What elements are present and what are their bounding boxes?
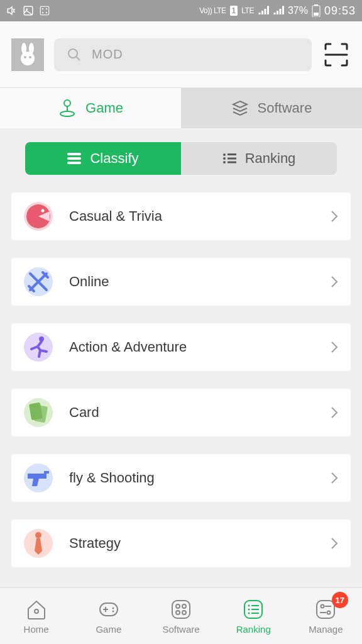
category-label: fly & Shooting [69, 470, 314, 486]
svg-rect-48 [251, 609, 259, 610]
bottom-nav: Home Game Software Ranking Manage 17 [0, 587, 362, 644]
manage-badge: 17 [332, 592, 348, 608]
tab-ranking-label: Ranking [245, 150, 296, 167]
chevron-right-icon [331, 275, 338, 288]
chevron-right-icon [331, 537, 338, 550]
svg-rect-22 [67, 162, 81, 164]
svg-point-23 [223, 153, 226, 156]
primary-tabs: Game Software [0, 88, 362, 128]
chevron-right-icon [331, 472, 338, 484]
svg-point-38 [112, 611, 114, 613]
category-item[interactable]: Action & Adventure [11, 323, 351, 371]
scan-icon [323, 42, 349, 68]
category-list: Casual & TriviaOnlineAction & AdventureC… [0, 192, 362, 567]
svg-point-34 [35, 532, 41, 538]
layers-icon [231, 99, 249, 117]
category-label: Casual & Trivia [69, 208, 314, 225]
svg-line-16 [76, 57, 80, 60]
svg-point-47 [248, 609, 250, 611]
tab-game[interactable]: Game [0, 88, 181, 128]
signal-icon [258, 5, 269, 16]
runner-icon [24, 333, 53, 362]
bunny-icon [15, 42, 40, 67]
cards-icon [24, 398, 53, 427]
volte-indicator: Vo)) LTE [199, 6, 226, 15]
picture-icon [23, 5, 34, 16]
svg-rect-36 [100, 603, 118, 616]
gamepad-icon [97, 597, 121, 621]
tab-game-label: Game [85, 100, 123, 116]
category-label: Action & Adventure [69, 339, 314, 355]
tab-classify[interactable]: Classify [25, 142, 181, 175]
svg-point-6 [46, 12, 47, 13]
menu-icon [67, 153, 81, 164]
joystick-icon [58, 99, 77, 118]
svg-point-1 [26, 8, 28, 10]
svg-rect-28 [228, 162, 236, 164]
chevron-right-icon [331, 210, 338, 223]
clock: 09:53 [324, 4, 356, 18]
nav-software[interactable]: Software [145, 588, 217, 644]
search-icon [67, 47, 82, 62]
svg-point-3 [42, 8, 43, 9]
svg-rect-2 [40, 6, 49, 15]
svg-point-54 [327, 611, 331, 614]
nav-game-label: Game [96, 624, 121, 635]
svg-rect-26 [228, 158, 236, 160]
svg-point-25 [223, 157, 226, 160]
nav-ranking-label: Ranking [236, 624, 271, 635]
svg-point-13 [24, 56, 26, 58]
nav-manage-label: Manage [309, 624, 343, 635]
home-icon [25, 597, 48, 621]
scan-button[interactable] [322, 40, 351, 69]
battery-icon [312, 4, 321, 17]
category-label: Card [69, 404, 314, 421]
search-input[interactable]: MOD [54, 38, 312, 71]
svg-point-4 [46, 8, 47, 9]
svg-rect-21 [67, 157, 81, 160]
svg-point-35 [35, 609, 38, 613]
battery-percent: 37% [288, 5, 308, 16]
nav-manage[interactable]: Manage 17 [290, 588, 362, 644]
svg-point-52 [321, 605, 324, 608]
svg-point-37 [112, 608, 114, 609]
chevron-right-icon [331, 406, 338, 419]
svg-point-41 [182, 604, 186, 608]
signal-icon [273, 5, 284, 16]
app-header: MOD [0, 21, 362, 88]
svg-point-27 [223, 161, 226, 164]
category-item[interactable]: Casual & Trivia [11, 192, 351, 240]
sim-indicator: 1 [230, 6, 238, 16]
svg-rect-24 [228, 153, 236, 155]
list-icon [222, 153, 236, 164]
svg-point-14 [29, 56, 31, 58]
lte-indicator: LTE [241, 6, 254, 15]
nav-game[interactable]: Game [72, 588, 145, 644]
pacman-icon [24, 202, 53, 231]
nav-home[interactable]: Home [0, 588, 72, 644]
tab-ranking[interactable]: Ranking [181, 142, 337, 175]
category-item[interactable]: Strategy [11, 519, 351, 567]
category-item[interactable]: Card [11, 389, 351, 436]
tie-icon [24, 529, 53, 558]
grid-icon [39, 5, 50, 16]
svg-point-42 [176, 611, 180, 614]
svg-rect-50 [251, 613, 259, 614]
app-logo[interactable] [11, 38, 44, 71]
svg-rect-39 [172, 601, 190, 618]
gun-icon [24, 464, 53, 492]
nav-ranking[interactable]: Ranking [217, 588, 290, 644]
mute-icon [6, 5, 18, 16]
nav-software-label: Software [162, 624, 199, 635]
secondary-tabs: Classify Ranking [25, 142, 337, 175]
tab-software-label: Software [258, 100, 312, 116]
svg-rect-20 [67, 153, 81, 155]
svg-point-12 [21, 52, 35, 65]
tab-software[interactable]: Software [181, 88, 362, 128]
category-item[interactable]: Online [11, 258, 351, 306]
nav-home-label: Home [24, 624, 49, 635]
svg-rect-46 [251, 605, 259, 606]
svg-point-19 [60, 111, 74, 116]
svg-point-5 [42, 12, 43, 13]
category-item[interactable]: fly & Shooting [11, 454, 351, 502]
